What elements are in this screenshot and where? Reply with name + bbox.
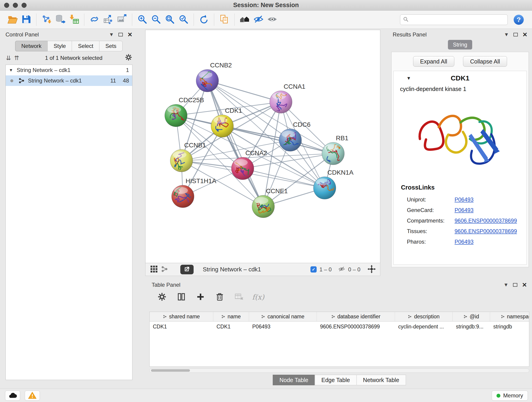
memory-button[interactable]: Memory	[492, 390, 528, 401]
table-row[interactable]: CDK1 CDK1 P06493 9606.ENSP00000378699 cy…	[150, 322, 529, 332]
table-settings-button[interactable]	[156, 291, 168, 303]
tab-string[interactable]: String	[448, 40, 472, 50]
tab-network-table[interactable]: Network Table	[356, 375, 406, 385]
collection-count: 1	[126, 67, 129, 73]
cell-shared-name[interactable]: CDK1	[150, 322, 213, 332]
table-panel-title: Table Panel	[152, 282, 180, 288]
crosslink-tissues-link[interactable]: 9606.ENSP00000378699	[455, 228, 526, 235]
birds-eye-view-button[interactable]	[149, 264, 159, 274]
table-panel-menu-button[interactable]: ▼	[503, 282, 508, 287]
edge-count: 48	[123, 77, 129, 84]
zoom-fit-button[interactable]	[163, 13, 177, 27]
apply-layout-button[interactable]	[197, 13, 211, 27]
zoom-in-icon	[137, 14, 147, 25]
show-all-button[interactable]	[265, 13, 279, 27]
cell-id[interactable]: stringdb:9...	[453, 322, 490, 332]
network-canvas[interactable]: CCNB2CCNA1CDC25BCDK1CDC6RB1CCNB1CCNA2CDK…	[145, 30, 380, 263]
crosslink-row: GeneCard: P06493	[407, 205, 526, 216]
crosslink-pharos-link[interactable]: P06493	[455, 239, 526, 245]
move-crosshair-icon	[367, 265, 376, 274]
warnings-button[interactable]	[25, 390, 40, 401]
delete-column-button[interactable]	[214, 291, 225, 303]
network-options-gear-icon[interactable]	[125, 54, 132, 62]
node-count: 11	[110, 77, 116, 84]
open-session-button[interactable]	[6, 13, 19, 27]
control-panel-close-button[interactable]: ✕	[127, 32, 133, 38]
selected-checkbox-icon[interactable]: ✓	[310, 266, 317, 273]
column-header-description[interactable]: description	[395, 312, 453, 322]
tab-edge-table[interactable]: Edge Table	[315, 375, 356, 385]
column-header-namespace[interactable]: namespace	[490, 312, 529, 322]
cloud-status-button[interactable]	[5, 390, 20, 401]
new-network-button[interactable]	[88, 13, 101, 27]
import-network-file-button[interactable]	[40, 13, 53, 27]
cell-name[interactable]: CDK1	[213, 322, 249, 332]
network-collection-row[interactable]: ▼ String Network – cdk1 1	[6, 65, 132, 75]
zoom-in-button[interactable]	[135, 13, 149, 27]
tab-network[interactable]: Network	[15, 41, 47, 51]
network-overview-button[interactable]	[159, 264, 170, 274]
cell-database-identifier[interactable]: 9606.ENSP00000378699	[317, 322, 395, 332]
tab-node-table[interactable]: Node Table	[273, 375, 315, 385]
tab-style[interactable]: Style	[47, 41, 72, 51]
gene-collapse-caret-icon[interactable]: ▼	[406, 76, 411, 81]
cell-namespace[interactable]: stringdb	[490, 322, 529, 332]
open-in-browser-button[interactable]	[180, 265, 194, 274]
cell-canonical-name[interactable]: P06493	[249, 322, 317, 332]
expand-all-button[interactable]: Expand All	[413, 56, 454, 67]
string-network-graph[interactable]: CCNB2CCNA1CDC25BCDK1CDC6RB1CCNB1CCNA2CDK…	[146, 30, 380, 263]
results-panel-menu-button[interactable]: ▼	[504, 32, 509, 37]
show-columns-button[interactable]	[176, 291, 187, 303]
results-panel-close-button[interactable]: ✕	[522, 32, 527, 38]
help-button[interactable]: ?	[513, 14, 525, 26]
hide-selected-button[interactable]	[252, 13, 265, 27]
export-network-button[interactable]	[101, 13, 115, 27]
import-network-database-button[interactable]	[53, 13, 67, 27]
column-header-name[interactable]: name	[213, 312, 249, 322]
tab-select[interactable]: Select	[72, 41, 99, 51]
cell-description[interactable]: cyclin-dependent ...	[395, 322, 453, 332]
table-toolbar: f(x)	[148, 290, 530, 304]
table-header-row: shared name name canonical name database…	[150, 312, 529, 322]
crosslink-genecard-link[interactable]: P06493	[455, 207, 526, 213]
create-column-button[interactable]	[195, 291, 206, 303]
home-view-button[interactable]	[238, 13, 252, 27]
horizontal-scrollbar[interactable]	[149, 369, 529, 373]
collection-caret-icon[interactable]: ▼	[9, 68, 13, 73]
save-floppy-icon	[21, 14, 32, 25]
import-table-button[interactable]	[67, 13, 81, 27]
network-view-toolbar: String Network – cdk1 ✓ 1 – 0 0 – 0	[145, 263, 380, 276]
fit-content-button[interactable]	[366, 264, 377, 274]
collapse-all-button[interactable]: Collapse All	[463, 56, 507, 67]
crosslink-uniprot-link[interactable]: P06493	[455, 196, 526, 203]
zoom-selected-button[interactable]	[177, 13, 190, 27]
network-row-selected[interactable]: String Network – cdk1 11 48	[6, 75, 132, 86]
share-icon	[161, 265, 168, 274]
control-panel-float-button[interactable]	[119, 33, 123, 36]
export-image-button[interactable]	[115, 13, 129, 27]
table-panel-header: Table Panel ▼ ✕	[148, 280, 530, 290]
table-panel-float-button[interactable]	[513, 283, 517, 287]
search-input[interactable]	[411, 17, 505, 23]
gene-detail-section: ▼ CDK1 cyclin-dependent kinase 1	[393, 71, 527, 265]
crosslink-row: Compartments: 9606.ENSP00000378699	[407, 216, 526, 226]
column-header-id[interactable]: @id	[453, 312, 490, 322]
cloud-icon	[8, 392, 17, 400]
scrollbar-thumb[interactable]	[151, 369, 190, 372]
save-session-button[interactable]	[19, 13, 33, 27]
collapse-all-networks-icon[interactable]: ⇊	[6, 55, 11, 62]
results-panel-float-button[interactable]	[513, 33, 518, 36]
copy-style-button[interactable]	[217, 13, 231, 27]
zoom-out-button[interactable]	[149, 13, 163, 27]
crosslink-compartments-link[interactable]: 9606.ENSP00000378699	[455, 217, 526, 224]
tab-sets[interactable]: Sets	[99, 41, 123, 51]
network-tree: ▼ String Network – cdk1 1 String Network…	[6, 65, 133, 380]
column-header-database-identifier[interactable]: database identifier	[317, 312, 395, 322]
svg-text:CDC6: CDC6	[293, 121, 310, 128]
column-header-shared-name[interactable]: shared name	[150, 312, 213, 322]
column-header-canonical-name[interactable]: canonical name	[249, 312, 317, 322]
control-panel-menu-button[interactable]: ▼	[109, 32, 114, 37]
warning-triangle-icon	[28, 392, 36, 400]
table-panel-close-button[interactable]: ✕	[522, 282, 527, 288]
expand-all-networks-icon[interactable]: ⇈	[14, 55, 19, 62]
